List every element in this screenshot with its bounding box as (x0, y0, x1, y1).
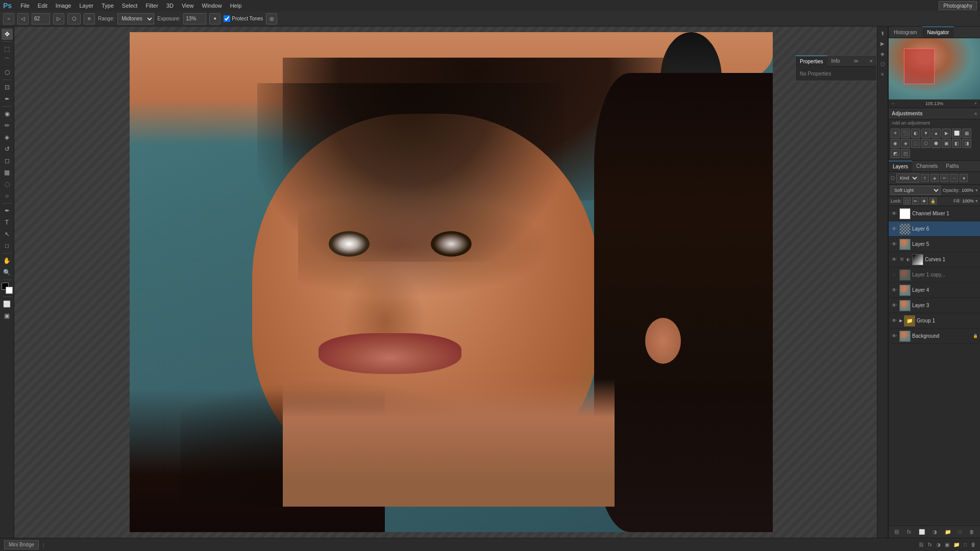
layer-visibility-background[interactable]: 👁 (891, 333, 898, 339)
tool-gradient[interactable]: ▦ (2, 167, 13, 178)
layers-link-button[interactable]: ⛓ (894, 529, 899, 535)
fill-arrow[interactable]: ▾ (975, 198, 978, 204)
layer-visibility-layer3[interactable]: 👁 (891, 303, 898, 308)
tool-eraser[interactable]: ◻ (2, 155, 13, 166)
navigator-viewport-indicator[interactable] (904, 48, 935, 84)
tool-mask-mode[interactable]: ⬜ (2, 298, 13, 310)
status-icon-2[interactable]: fx (928, 542, 932, 547)
channels-tab[interactable]: Channels (912, 161, 942, 171)
adj-photo-filter[interactable]: ◉ (891, 139, 900, 148)
status-icon-7[interactable]: 🗑 (971, 542, 976, 547)
layer-item-curves1[interactable]: 👁 ⛓ ◐ Curves 1 (889, 252, 980, 267)
menu-window[interactable]: Window (199, 2, 226, 10)
adj-gradient-map[interactable]: ◧ (952, 139, 961, 148)
adj-hsl[interactable]: ▶ (942, 129, 951, 138)
menu-file[interactable]: File (17, 2, 33, 10)
adj-threshold[interactable]: ▣ (942, 139, 951, 148)
layer-visibility-layer1copy[interactable]: 👁 (891, 272, 898, 278)
adj-solid-color[interactable]: ◩ (891, 149, 900, 158)
status-icon-5[interactable]: 📁 (953, 542, 960, 547)
brush-size-increase[interactable]: ▷ (53, 13, 64, 24)
layer-visibility-layer4[interactable]: 👁 (891, 287, 898, 293)
protect-tones-checkbox[interactable] (224, 15, 230, 22)
adj-color-lookup[interactable]: ◌ (911, 139, 920, 148)
zoom-out-icon[interactable]: − (892, 101, 894, 106)
layer-item-layer5[interactable]: 👁 Layer 5 (889, 237, 980, 252)
menu-edit[interactable]: Edit (34, 2, 51, 10)
adj-invert[interactable]: ⬡ (921, 139, 930, 148)
menu-3d[interactable]: 3D (163, 2, 177, 10)
adj-brightness[interactable]: ☀ (891, 129, 900, 138)
layer-item-channel-mixer[interactable]: 👁 Channel Mixer 1 (889, 206, 980, 221)
layers-filter-btn-1[interactable]: T (921, 174, 929, 182)
menu-view[interactable]: View (178, 2, 198, 10)
tool-lasso[interactable]: ⌒ (2, 55, 13, 66)
layers-filter-btn-4[interactable]: → (950, 174, 958, 182)
tool-path-select[interactable]: ↖ (2, 229, 13, 240)
menu-filter[interactable]: Filter (142, 2, 161, 10)
info-tab[interactable]: Info (827, 56, 844, 67)
tool-blur[interactable]: ◌ (2, 179, 13, 190)
layer-item-layer3[interactable]: 👁 Layer 3 (889, 298, 980, 313)
brush-size-input[interactable] (32, 13, 50, 24)
status-icon-4[interactable]: ▣ (945, 542, 949, 547)
adj-channel-mixer[interactable]: ◈ (901, 139, 910, 148)
zoom-in-icon[interactable]: + (974, 101, 977, 106)
layer-visibility-layer5[interactable]: 👁 (891, 241, 898, 247)
layers-folder-button[interactable]: 📁 (945, 529, 951, 535)
panel-expand-icon[interactable]: ≫ (853, 58, 859, 64)
layer-visibility-channel-mixer[interactable]: 👁 (891, 211, 898, 216)
navigator-tab[interactable]: Navigator (922, 27, 954, 38)
adjustments-menu-icon[interactable]: ≡ (974, 111, 977, 116)
adj-bw[interactable]: ▦ (962, 129, 971, 138)
adj-color-balance[interactable]: ⬜ (952, 129, 961, 138)
adj-posterize[interactable]: ⬢ (932, 139, 941, 148)
tool-quick-select[interactable]: ⬡ (2, 67, 13, 78)
layer-item-layer4[interactable]: 👁 Layer 4 (889, 283, 980, 298)
layers-mask-button[interactable]: ⬜ (919, 529, 925, 535)
lock-all-btn[interactable]: 🔒 (929, 197, 937, 205)
layer-item-background[interactable]: 👁 Background 🔒 (889, 329, 980, 344)
brush-size-decrease[interactable]: ◁ (17, 13, 29, 24)
menu-type[interactable]: Type (98, 2, 117, 10)
menu-layer[interactable]: Layer (76, 2, 97, 10)
brush-presets-button[interactable]: ⬡ (67, 13, 81, 24)
spray-button[interactable]: ◎ (266, 13, 277, 24)
exposure-input[interactable] (183, 13, 206, 24)
layers-new-layer-button[interactable]: □ (959, 529, 962, 535)
panel-toggle-1[interactable]: ⬆ (878, 29, 887, 38)
menu-help[interactable]: Help (227, 2, 246, 10)
layer-item-layer6[interactable]: 👁 Layer 6 (889, 221, 980, 237)
opacity-value[interactable]: 100% (962, 188, 973, 193)
lock-pixels-btn[interactable]: ✏ (912, 197, 919, 205)
layer-visibility-group1[interactable]: 👁 (891, 318, 898, 323)
panel-close-button[interactable]: ✕ (868, 59, 874, 64)
tool-brush[interactable]: ✏ (2, 120, 13, 131)
adj-selective-color[interactable]: ◨ (962, 139, 971, 148)
tool-zoom[interactable]: 🔍 (2, 267, 13, 278)
tool-pen[interactable]: ✒ (2, 205, 13, 216)
layers-kind-select[interactable]: Kind (896, 173, 919, 183)
layer-item-layer1copy[interactable]: 👁 Layer 1 copy... (889, 267, 980, 283)
workspace-button[interactable]: Photography (939, 1, 977, 10)
adj-exposure[interactable]: ▼ (921, 129, 930, 138)
menu-image[interactable]: Image (52, 2, 75, 10)
layer-visibility-layer6[interactable]: 👁 (891, 226, 898, 232)
layers-tab[interactable]: Layers (889, 161, 912, 171)
opacity-arrow[interactable]: ▾ (975, 188, 978, 193)
adj-levels[interactable]: ⬛ (901, 129, 910, 138)
layer-visibility-curves1[interactable]: 👁 (891, 257, 898, 262)
properties-tab[interactable]: Properties (796, 56, 827, 67)
histogram-tab[interactable]: Histogram (889, 27, 922, 38)
brush-options-button[interactable]: ≡ (84, 13, 95, 24)
lock-transparent-btn[interactable]: ⬚ (903, 197, 911, 205)
layers-delete-button[interactable]: 🗑 (969, 529, 974, 535)
tool-hand[interactable]: ✋ (2, 255, 13, 266)
panel-toggle-4[interactable]: ⬡ (878, 59, 887, 68)
layers-filter-btn-3[interactable]: ✏ (940, 174, 948, 182)
tool-clone-stamp[interactable]: ◈ (2, 132, 13, 143)
adj-curves[interactable]: ◐ (911, 129, 920, 138)
tool-dodge[interactable]: ○ (2, 190, 13, 202)
panel-toggle-3[interactable]: ◈ (878, 49, 887, 58)
dodge-tool-button[interactable]: ○ (3, 13, 14, 24)
